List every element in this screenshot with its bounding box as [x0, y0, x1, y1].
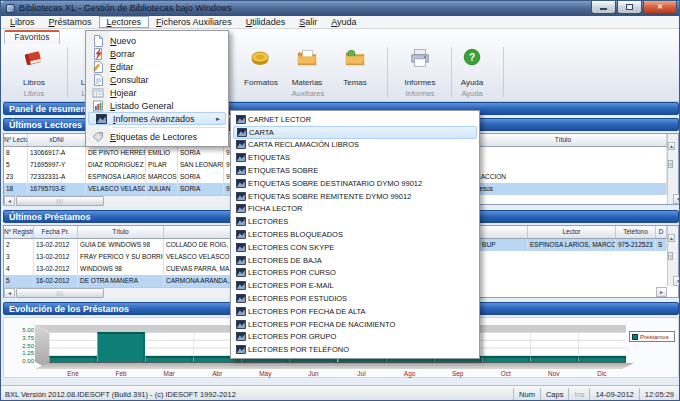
informes-avanzados-submenu: CARNET LECTOR CARTA CARTA RECLAMACIÓN LI… — [230, 110, 480, 359]
scroll-left-icon[interactable]: ◄ — [4, 196, 15, 206]
submenu-item[interactable]: ETIQUETAS SOBRE REMITENTE DYMO 99012 — [231, 190, 479, 203]
submenu-item[interactable]: LECTORES POR TELÉFONO — [231, 343, 479, 356]
libros-button[interactable]: Libros — [9, 46, 59, 88]
report-icon — [234, 320, 248, 329]
submenu-item[interactable]: LECTORES BLOQUEADOS — [231, 228, 479, 241]
vertical-scrollbar[interactable]: ▲ ≡ ▼ — [667, 226, 678, 286]
column-header[interactable]: xDNI — [28, 134, 86, 146]
chart-area-segment — [482, 356, 530, 362]
version-text: BXL Versión 2012.08.IDESOFT (Build 391) … — [1, 390, 513, 399]
report-icon — [234, 204, 248, 213]
ultimos-titulos-table: Título VS 98 J CREACCION lana Jesús ▲ ≡ … — [459, 133, 679, 205]
chart-left-wall — [35, 325, 49, 369]
edit-icon — [86, 61, 110, 73]
submenu-item[interactable]: LECTORES DE BAJA — [231, 254, 479, 267]
table-row[interactable]: J CREACCION — [460, 171, 667, 183]
submenu-item[interactable]: LECTORES — [231, 215, 479, 228]
scrollbar-thumb[interactable]: ≡ — [668, 160, 673, 168]
scroll-up-icon[interactable]: ▲ — [668, 142, 675, 150]
submenu-item[interactable]: CARTA — [233, 126, 477, 139]
menu-item-hojear[interactable]: Hojear — [86, 86, 228, 99]
folder-green-icon — [343, 47, 367, 69]
table-row[interactable] — [460, 159, 667, 171]
submenu-item[interactable]: LECTORES POR CURSO — [231, 267, 479, 280]
scroll-down-icon[interactable]: ▼ — [673, 194, 680, 204]
y-axis-labels: 5.003.752.501.250.00 — [10, 327, 34, 364]
report-icon — [234, 153, 248, 162]
submenu-item[interactable]: ETIQUETAS — [231, 151, 479, 164]
status-indicator: Num — [513, 388, 540, 401]
report-icon — [234, 243, 248, 252]
svg-text:?: ? — [469, 52, 475, 63]
status-indicator: 12:05:29 — [639, 388, 679, 401]
column-header[interactable]: Nº Registro — [4, 226, 34, 238]
menu-item-consultar[interactable]: Consultar — [86, 73, 228, 86]
group-label-ayuda: Ayuda — [447, 89, 497, 98]
maximize-button[interactable] — [617, 1, 642, 14]
informes-button[interactable]: Informes — [395, 46, 445, 88]
ayuda-button[interactable]: ? Ayuda — [447, 46, 497, 88]
submenu-item[interactable]: LECTORES POR FECHA DE ALTA — [231, 305, 479, 318]
temas-button[interactable]: Temas — [330, 46, 380, 88]
formatos-button[interactable]: Formatos — [236, 46, 286, 88]
scroll-left-icon[interactable]: ◄ — [4, 288, 15, 298]
table-row[interactable]: VS 98 — [460, 147, 667, 159]
close-button[interactable]: ✕ — [643, 1, 677, 14]
menubar-item[interactable]: Salir — [292, 16, 324, 28]
submenu-item[interactable]: CARNET LECTOR — [231, 113, 479, 126]
report-icon — [234, 192, 248, 201]
column-header[interactable]: Lector — [528, 226, 616, 238]
submenu-item[interactable]: LECTORES CON SKYPE — [231, 241, 479, 254]
general-list-icon — [86, 100, 110, 112]
column-header[interactable]: Fecha Pr. — [34, 226, 78, 238]
menu-item-borrar[interactable]: Borrar — [86, 47, 228, 60]
scroll-right-icon[interactable]: ► — [656, 287, 667, 297]
chart-legend: Préstamos — [629, 331, 675, 342]
folder-document-icon — [295, 47, 319, 69]
submenu-item[interactable]: FICHA LECTOR — [231, 203, 479, 216]
scroll-up-icon[interactable]: ▲ — [668, 234, 675, 242]
menubar-item[interactable]: Préstamos — [42, 16, 99, 28]
vertical-scrollbar[interactable]: ▲ ≡ ▼ — [667, 134, 678, 204]
scrollbar-thumb[interactable]: ||| — [16, 196, 104, 206]
submenu-item[interactable]: LECTORES POR GRUPO — [231, 331, 479, 344]
submenu-item[interactable]: CARTA RECLAMACIÓN LIBROS — [231, 139, 479, 152]
menubar-item[interactable]: Utilidades — [239, 16, 293, 28]
status-indicator: Ins — [568, 388, 589, 401]
menubar-item[interactable]: Ficheros Auxiliares — [149, 16, 239, 28]
submenu-item[interactable]: LECTORES POR E-MAIL — [231, 279, 479, 292]
table-row[interactable]: lana Jesús — [460, 183, 667, 195]
menu-item-etiquetas-de-lectores[interactable]: Etiquetas de Lectores — [86, 130, 228, 143]
column-header[interactable]: D — [656, 226, 667, 238]
column-header[interactable]: Título — [78, 226, 164, 238]
menu-item-informes-avanzados[interactable]: Informes Avanzados ► — [88, 112, 226, 125]
browse-grid-icon — [86, 87, 110, 99]
tab-favoritos[interactable]: Favoritos — [4, 30, 60, 44]
materias-button[interactable]: Materias — [282, 46, 332, 88]
menu-item-nuevo[interactable]: Nuevo — [86, 34, 228, 47]
menubar-item[interactable]: Ayuda — [324, 16, 363, 28]
submenu-item[interactable]: LECTORES POR FECHA DE NACIMIENTO — [231, 318, 479, 331]
submenu-item[interactable]: ETIQUETAS SOBRE — [231, 164, 479, 177]
report-icon — [89, 114, 113, 124]
menu-item-editar[interactable]: Editar — [86, 60, 228, 73]
lectores-menu: Nuevo Borrar Editar Consultar Hojear Lis… — [85, 30, 229, 147]
scrollbar-thumb[interactable]: ||| — [16, 288, 104, 298]
column-header[interactable]: Título — [460, 134, 667, 146]
submenu-item[interactable]: LECTORES POR ESTUDIOS — [231, 292, 479, 305]
submenu-item[interactable]: ETIQUETAS SOBRE DESTINATARIO DYMO 99012 — [231, 177, 479, 190]
scrollbar-thumb[interactable]: ≡ — [668, 252, 673, 260]
report-icon — [234, 115, 248, 124]
report-icon — [234, 230, 248, 239]
minimize-button[interactable] — [591, 1, 616, 14]
column-header[interactable]: Nº Lector — [4, 134, 28, 146]
table-row[interactable]: ICA 2ª BUP ESPINOSA LARIOS, MARCOS 975-2… — [460, 239, 667, 251]
menubar-item[interactable]: Libros — [3, 16, 42, 28]
scroll-down-icon[interactable]: ▼ — [673, 276, 680, 286]
x-axis-label: Dic — [578, 370, 626, 377]
book-icon — [22, 47, 46, 69]
menubar-item[interactable]: Lectores — [99, 16, 150, 28]
column-header[interactable]: Teléfono — [616, 226, 656, 238]
menu-item-listado-general[interactable]: Listado General — [86, 99, 228, 112]
report-icon — [235, 128, 249, 137]
